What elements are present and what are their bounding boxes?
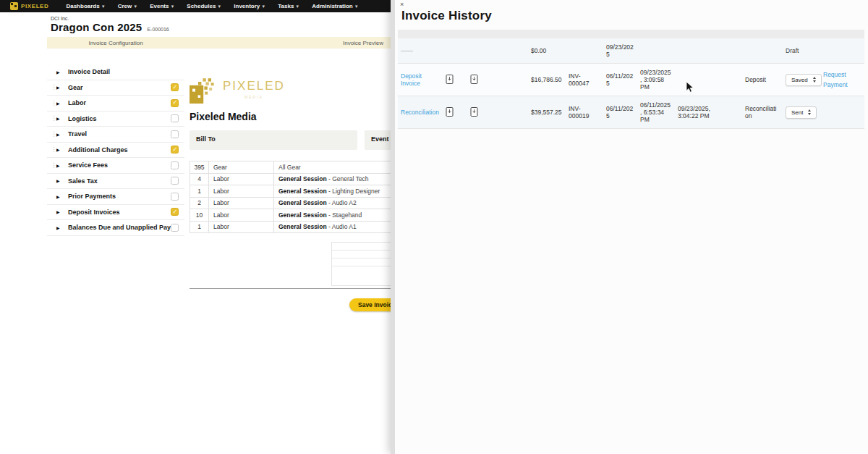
sidebar-item[interactable]: [0, 153, 47, 163]
expand-arrow-icon[interactable]: ▶: [56, 178, 64, 183]
sidebar-item[interactable]: [0, 51, 47, 62]
drag-handle-icon[interactable]: ⋮: [51, 100, 56, 106]
line-item-row: 395 Gear All Gear: [190, 161, 391, 174]
sidebar-item[interactable]: [0, 41, 47, 51]
history-column-header: [528, 30, 566, 38]
drag-handle-icon[interactable]: ⋮: [51, 115, 56, 122]
line-type: Labor: [209, 185, 274, 198]
section-checkbox[interactable]: [171, 208, 179, 216]
type-cell: Deposit: [742, 64, 783, 96]
topnav-menu-item[interactable]: Inventory▼: [234, 3, 265, 9]
config-section-row[interactable]: ⋮ ▶ Deposit Invoices: [47, 205, 184, 221]
section-checkbox[interactable]: [171, 99, 179, 107]
line-session: General Session: [278, 188, 327, 195]
bill-to-box: Bill To: [190, 130, 357, 150]
drag-handle-icon[interactable]: ⋮: [51, 84, 56, 91]
section-checkbox[interactable]: [171, 161, 179, 169]
close-icon[interactable]: ×: [400, 1, 404, 8]
topnav-menu-item[interactable]: Dashboards▼: [66, 3, 105, 9]
drag-handle-icon[interactable]: ⋮: [51, 162, 56, 169]
sidebar-item[interactable]: [0, 102, 47, 112]
pdf-icon[interactable]: [446, 107, 454, 118]
section-checkbox[interactable]: [171, 130, 179, 138]
history-column-header: [443, 30, 467, 38]
history-column-header: [467, 30, 528, 38]
scrollbar-strip[interactable]: [391, 0, 395, 454]
pdf-icon[interactable]: [446, 75, 454, 85]
sidebar-item[interactable]: [0, 82, 47, 92]
topnav-menu-item[interactable]: Events▼: [150, 3, 174, 9]
drag-handle-icon[interactable]: ⋮: [51, 131, 56, 138]
saved-on-cell: 06/11/2025, 6:53:34 PM: [637, 96, 675, 129]
save-invoice-button[interactable]: Save Invoice: [349, 298, 391, 311]
config-section-row[interactable]: ⋮ ▶ Service Fees: [47, 158, 184, 174]
history-column-header: [566, 30, 603, 38]
config-section-row[interactable]: ⋮ ▶ Balances Due and Unapplied Payments: [47, 220, 184, 236]
config-section-row[interactable]: ⋮ ▶ Gear: [47, 80, 184, 96]
pdf-with-payments-icon[interactable]: [470, 75, 478, 85]
event-info-box: Event Info: [365, 130, 391, 150]
type-cell: [742, 38, 783, 64]
section-checkbox[interactable]: [171, 83, 179, 91]
sidebar-item[interactable]: [0, 72, 47, 82]
config-section-label: Sales Tax: [64, 177, 171, 185]
expand-arrow-icon[interactable]: ▶: [56, 132, 64, 137]
chevron-down-icon: ▼: [217, 4, 221, 9]
expand-arrow-icon[interactable]: ▶: [56, 225, 64, 230]
invoice-name-link[interactable]: Deposit Invoice: [401, 72, 422, 87]
history-column-header: [783, 30, 820, 38]
preview-divider: [190, 288, 391, 289]
table-row: Deposit Invoice $16,786.50 INV-000047 06…: [398, 64, 864, 96]
pdf-with-payments-icon[interactable]: [470, 107, 478, 118]
config-section-row[interactable]: ⋮ ▶ Invoice Detail: [47, 64, 184, 80]
topnav-menu-item[interactable]: Administration▼: [312, 3, 358, 9]
logo-wordmark: PIXELED: [223, 79, 285, 93]
expand-arrow-icon[interactable]: ▶: [56, 194, 64, 199]
line-session: General Session: [278, 175, 327, 182]
pixeled-media-logo: [190, 76, 218, 105]
expand-arrow-icon[interactable]: ▶: [56, 163, 64, 168]
expand-arrow-icon[interactable]: ▶: [56, 147, 64, 152]
app-logo[interactable]: PIXELED: [10, 2, 48, 10]
section-checkbox[interactable]: [171, 177, 179, 185]
config-section-row[interactable]: ⋮ ▶ Additional Charges: [47, 143, 184, 159]
request-payment-link[interactable]: Request Payment: [823, 70, 851, 91]
status-select[interactable]: Saved: [786, 74, 822, 86]
sidebar-item[interactable]: [0, 122, 47, 133]
event-info-title: Event Info: [371, 135, 391, 143]
expand-arrow-icon[interactable]: ▶: [56, 85, 64, 90]
sidebar-item[interactable]: [0, 92, 47, 102]
sidebar-item[interactable]: [0, 143, 47, 153]
config-section-row[interactable]: ⋮ ▶ Labor: [47, 96, 184, 112]
status-select[interactable]: Sent: [786, 106, 817, 119]
config-section-row[interactable]: ⋮ ▶ Travel: [47, 127, 184, 143]
expand-arrow-icon[interactable]: ▶: [56, 116, 64, 121]
sidebar-item[interactable]: [0, 62, 47, 72]
line-description: General Session - Audio A1: [274, 221, 391, 233]
sidebar-item[interactable]: [0, 133, 47, 143]
topnav-menu-item[interactable]: Tasks▼: [278, 3, 299, 9]
history-column-header: [675, 30, 713, 38]
expand-arrow-icon[interactable]: ▶: [56, 101, 64, 106]
expand-arrow-icon[interactable]: ▶: [56, 209, 64, 214]
line-description: General Session - Stagehand: [274, 209, 391, 222]
chevron-down-icon: ▼: [261, 4, 265, 9]
section-checkbox[interactable]: [171, 193, 179, 201]
status-select-value: Sent: [791, 109, 803, 116]
config-panel: ⋮ ▶ Invoice Detail ⋮ ▶ Gear ⋮ ▶ Labor ⋮ …: [47, 64, 184, 236]
config-section-row[interactable]: ⋮ ▶ Sales Tax: [47, 174, 184, 190]
config-section-row[interactable]: ⋮ ▶ Prior Payments: [47, 189, 184, 205]
sidebar-item[interactable]: [0, 31, 47, 41]
drag-handle-icon[interactable]: ⋮: [51, 146, 56, 153]
section-checkbox[interactable]: [171, 114, 179, 122]
sidebar-item[interactable]: [0, 21, 47, 31]
invoice-name-link[interactable]: ——: [401, 47, 413, 54]
expand-arrow-icon[interactable]: ▶: [56, 70, 64, 75]
sidebar-item[interactable]: [0, 112, 47, 122]
section-checkbox[interactable]: [171, 224, 179, 232]
section-checkbox[interactable]: [171, 146, 179, 154]
invoice-name-link[interactable]: Reconciliation: [401, 109, 439, 116]
config-section-row[interactable]: ⋮ ▶ Logistics: [47, 112, 184, 127]
topnav-menu-item[interactable]: Schedules▼: [187, 3, 221, 9]
topnav-menu-item[interactable]: Crew▼: [118, 3, 138, 9]
